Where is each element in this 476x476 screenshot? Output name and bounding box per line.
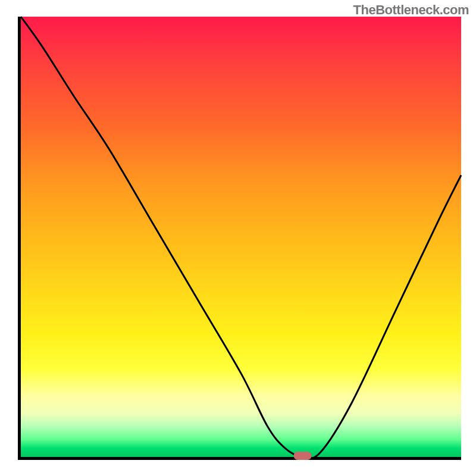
plot-area: [18, 17, 461, 460]
attribution-label: TheBottleneck.com: [353, 2, 469, 18]
bottleneck-curve-path: [21, 17, 461, 458]
optimum-marker: [294, 452, 312, 460]
curve-svg: [21, 17, 461, 457]
chart-container: TheBottleneck.com: [0, 0, 476, 476]
